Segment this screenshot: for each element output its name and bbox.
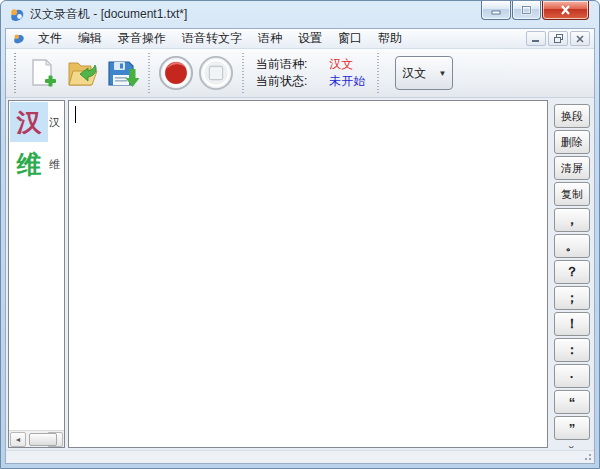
- text-editor[interactable]: [68, 100, 548, 448]
- copy-button[interactable]: 复制: [554, 182, 590, 206]
- mdi-minimize-button[interactable]: [526, 31, 546, 46]
- double-down-chevron-icon: »: [566, 445, 578, 448]
- client-area: 文件 编辑 录音操作 语音转文字 语种 设置 窗口 帮助: [5, 28, 595, 464]
- menu-bar: 文件 编辑 录音操作 语音转文字 语种 设置 窗口 帮助: [6, 29, 594, 49]
- window-title: 汉文录音机 - [document1.txt*]: [30, 6, 187, 23]
- scrollbar-track[interactable]: [27, 432, 46, 447]
- toolbar: 当前语种: 汉文 当前状态: 未开始 汉文 ▼: [6, 49, 594, 98]
- record-icon: [158, 54, 194, 92]
- punct-colon-button[interactable]: ：: [554, 338, 590, 362]
- title-bar: 汉文录音机 - [document1.txt*]: [1, 1, 599, 28]
- punct-open-quote-button[interactable]: “: [554, 390, 590, 414]
- minimize-button[interactable]: [481, 1, 511, 20]
- current-state-label: 当前状态:: [256, 73, 307, 90]
- current-language-label: 当前语种:: [256, 56, 307, 73]
- menu-edit[interactable]: 编辑: [70, 28, 110, 49]
- menu-settings[interactable]: 设置: [290, 28, 330, 49]
- recording-status-panel: 当前语种: 汉文 当前状态: 未开始: [256, 56, 365, 90]
- language-list: 汉 汉 维 维 ◄ ►: [8, 100, 65, 448]
- resize-grip[interactable]: [582, 451, 592, 461]
- main-area: 汉 汉 维 维 ◄ ►: [6, 98, 594, 450]
- text-caret: [75, 106, 76, 123]
- document-icon: [12, 32, 26, 46]
- toolbar-separator: [242, 53, 244, 93]
- delete-button[interactable]: 删除: [554, 130, 590, 154]
- maximize-button[interactable]: [512, 1, 541, 20]
- punct-question-button[interactable]: ？: [554, 260, 590, 284]
- quick-buttons-panel: 换段 删除 清屏 复制 ， 。 ？ ； ！ ： · “ ” »: [551, 100, 593, 448]
- menu-language[interactable]: 语种: [250, 28, 290, 49]
- chevron-down-icon: ▼: [438, 69, 446, 78]
- toolbar-separator: [148, 53, 150, 93]
- language-item-han[interactable]: 汉 汉: [9, 101, 64, 143]
- status-bar: [6, 450, 594, 463]
- menu-window[interactable]: 窗口: [330, 28, 370, 49]
- clear-screen-button[interactable]: 清屏: [554, 156, 590, 180]
- punct-semicolon-button[interactable]: ；: [554, 286, 590, 310]
- punct-exclamation-button[interactable]: ！: [554, 312, 590, 336]
- punct-period-button[interactable]: 。: [554, 234, 590, 258]
- current-state-value: 未开始: [329, 73, 365, 90]
- menu-record-ops[interactable]: 录音操作: [110, 28, 174, 49]
- punct-comma-button[interactable]: ，: [554, 208, 590, 232]
- punct-close-quote-button[interactable]: ”: [554, 416, 590, 440]
- record-button[interactable]: [157, 53, 195, 93]
- mdi-close-button[interactable]: [570, 31, 590, 46]
- language-small-char: 汉: [49, 115, 60, 130]
- app-logo-icon: [9, 7, 25, 23]
- sidebar-horizontal-scrollbar[interactable]: ◄ ►: [9, 430, 64, 447]
- more-buttons-chevron[interactable]: »: [554, 442, 590, 448]
- language-big-char: 维: [10, 144, 48, 184]
- menu-file[interactable]: 文件: [30, 28, 70, 49]
- scrollbar-thumb[interactable]: [29, 433, 57, 446]
- stop-button[interactable]: [197, 53, 235, 93]
- save-button[interactable]: [103, 53, 141, 93]
- new-file-button[interactable]: [23, 53, 61, 93]
- scroll-left-arrow[interactable]: ◄: [10, 432, 26, 447]
- language-select[interactable]: 汉文 ▼: [395, 56, 453, 90]
- stop-icon: [198, 54, 234, 92]
- open-file-button[interactable]: [63, 53, 101, 93]
- close-button[interactable]: [542, 1, 589, 20]
- app-window: 汉文录音机 - [document1.txt*] 文件 编辑 录音操作 语音转文…: [0, 0, 600, 469]
- new-paragraph-button[interactable]: 换段: [554, 104, 590, 128]
- language-small-char: 维: [49, 157, 60, 172]
- save-icon: [105, 57, 139, 89]
- language-item-wei[interactable]: 维 维: [9, 143, 64, 185]
- toolbar-gripper: [14, 53, 16, 93]
- menu-speech-to-text[interactable]: 语音转文字: [174, 28, 250, 49]
- new-file-icon: [26, 57, 58, 89]
- current-language-value: 汉文: [329, 56, 365, 73]
- open-folder-icon: [65, 57, 99, 89]
- menu-help[interactable]: 帮助: [370, 28, 410, 49]
- language-select-value: 汉文: [402, 65, 426, 82]
- punct-dot-button[interactable]: ·: [554, 364, 590, 388]
- language-big-char: 汉: [10, 102, 48, 142]
- mdi-restore-button[interactable]: [548, 31, 568, 46]
- toolbar-separator: [377, 53, 379, 93]
